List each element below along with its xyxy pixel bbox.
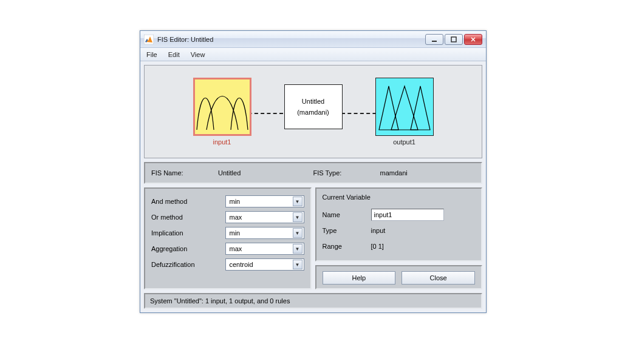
rule-block-box[interactable]: Untitled (mamdani) — [284, 84, 343, 129]
chevron-down-icon: ▼ — [293, 197, 302, 206]
current-name-label: Name — [323, 211, 371, 218]
menu-file[interactable]: File — [144, 50, 160, 59]
implication-value: min — [230, 229, 241, 237]
current-type-value: input — [371, 227, 476, 234]
aggregation-label: Aggregation — [151, 245, 225, 252]
aggregation-dropdown[interactable]: max ▼ — [225, 243, 304, 255]
current-type-label: Type — [323, 227, 371, 234]
close-button[interactable]: Close — [402, 271, 475, 285]
svg-rect-1 — [432, 41, 437, 42]
implication-dropdown[interactable]: min ▼ — [225, 227, 304, 239]
close-window-button[interactable] — [464, 34, 482, 45]
rule-block-node[interactable]: Untitled (mamdani) . — [284, 84, 343, 139]
svg-rect-2 — [451, 37, 456, 42]
and-method-value: min — [230, 198, 241, 205]
chevron-down-icon: ▼ — [293, 212, 302, 222]
current-name-field[interactable]: input1 — [371, 209, 444, 221]
aggregation-value: max — [230, 245, 242, 252]
chevron-down-icon: ▼ — [293, 260, 302, 269]
input-variable-node[interactable]: input1 — [193, 78, 251, 146]
maximize-icon — [451, 36, 457, 42]
input-variable-label: input1 — [213, 138, 231, 146]
and-method-label: And method — [151, 198, 225, 205]
minimize-icon — [431, 36, 437, 42]
fis-name-value: Untitled — [218, 169, 313, 177]
window-title: FIS Editor: Untitled — [157, 36, 425, 43]
output-variable-node[interactable]: output1 — [375, 78, 434, 146]
close-button-label: Close — [430, 274, 447, 281]
current-variable-heading: Current Variable — [323, 194, 476, 207]
content-area: input1 Untitled (mamdani) . — [140, 61, 486, 312]
rule-block-name: Untitled — [302, 98, 324, 105]
close-icon — [470, 36, 476, 42]
defuzzification-label: Defuzzification — [151, 261, 225, 268]
or-method-dropdown[interactable]: max ▼ — [225, 211, 304, 223]
chevron-down-icon: ▼ — [293, 228, 302, 238]
input-variable-box[interactable] — [193, 78, 251, 136]
titlebar[interactable]: FIS Editor: Untitled — [140, 31, 486, 48]
fis-name-label: FIS Name: — [151, 169, 218, 177]
or-method-value: max — [230, 214, 242, 221]
menu-edit[interactable]: Edit — [166, 50, 182, 59]
menubar: File Edit View — [140, 48, 486, 61]
minimize-button[interactable] — [425, 34, 443, 45]
fis-info-bar: FIS Name: Untitled FIS Type: mamdani — [144, 162, 482, 184]
maximize-button[interactable] — [445, 34, 463, 45]
help-button[interactable]: Help — [323, 271, 396, 285]
help-button-label: Help — [352, 274, 366, 281]
button-panel: Help Close — [315, 265, 483, 289]
current-name-value: input1 — [374, 211, 392, 218]
diagram-panel: input1 Untitled (mamdani) . — [144, 65, 482, 158]
matlab-app-icon — [144, 35, 154, 44]
lower-grid: And method min ▼ Or method max ▼ Implica… — [144, 187, 482, 289]
and-method-dropdown[interactable]: min ▼ — [225, 195, 304, 207]
or-method-label: Or method — [151, 214, 225, 221]
implication-label: Implication — [151, 229, 225, 237]
output-variable-label: output1 — [393, 138, 415, 146]
defuzzification-dropdown[interactable]: centroid ▼ — [225, 258, 304, 271]
current-range-label: Range — [323, 243, 371, 250]
fis-editor-window: FIS Editor: Untitled File Edit View — [140, 30, 487, 313]
fis-type-value: mamdani — [380, 169, 476, 177]
output-variable-box[interactable] — [375, 78, 434, 136]
fis-type-label: FIS Type: — [313, 169, 380, 177]
methods-panel: And method min ▼ Or method max ▼ Implica… — [144, 187, 312, 289]
status-text: System "Untitled": 1 input, 1 output, an… — [150, 297, 290, 305]
current-variable-panel: Current Variable Name input1 Type input … — [315, 187, 483, 261]
chevron-down-icon: ▼ — [293, 244, 302, 254]
membership-plot-icon — [378, 81, 431, 132]
menu-view[interactable]: View — [188, 50, 208, 59]
status-bar: System "Untitled": 1 input, 1 output, an… — [144, 293, 482, 309]
membership-plot-icon — [196, 81, 249, 132]
rule-block-type: (mamdani) — [297, 109, 329, 116]
current-range-value: [0 1] — [371, 243, 476, 250]
right-column: Current Variable Name input1 Type input … — [315, 187, 483, 289]
defuzzification-value: centroid — [230, 261, 253, 268]
